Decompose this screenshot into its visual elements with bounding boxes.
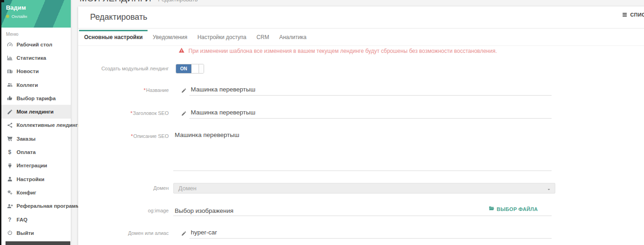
tachometer-icon [6, 41, 13, 47]
seo-title-input[interactable] [189, 108, 552, 119]
og-image-row: og:image Выбор изображения ВЫБОР ФАЙЛА [78, 205, 552, 216]
required-mark: * [144, 87, 146, 93]
toggle-track [199, 64, 204, 73]
sidebar-item-label: Реферальная программа [17, 203, 83, 209]
seo-description-label-text: Описание SEO [133, 133, 169, 139]
sidebar-item-statistics[interactable]: Статистика [0, 51, 71, 64]
pen-icon [6, 109, 13, 115]
sidebar-item-label: Заказы [17, 136, 35, 142]
name-label-text: Название [146, 87, 169, 93]
sidebar-item-collective-landings[interactable]: Коллективные лендинги [0, 119, 71, 132]
domain-label: Домен [78, 185, 169, 191]
modular-landing-row: Создать модульный лендинг ON [78, 63, 552, 74]
pencil-icon [181, 88, 189, 93]
domain-select-value: Домен [178, 185, 197, 192]
gears-icon [6, 189, 13, 195]
card-header: Редактировать СПИСОК [78, 6, 644, 28]
tabs: Основные настройкиУведомленияНастройки д… [78, 28, 644, 46]
sidebar-item-label: FAQ [17, 217, 28, 222]
card-heading: Редактировать [90, 12, 147, 22]
sidebar-item-faq[interactable]: ?FAQ [0, 213, 71, 226]
sidebar-item-label: Коллективные лендинги [17, 122, 81, 128]
page-title: Мои лендинги [80, 0, 151, 3]
og-image-value: Выбор изображения [175, 207, 234, 214]
window-corner [0, 0, 4, 2]
share-icon [6, 122, 13, 128]
user-status-label: Онлайн [11, 14, 27, 19]
sidebar-item-label: Рабочий стол [17, 42, 52, 47]
warning-text: При изменении шаблона все изменения в ва… [188, 48, 497, 54]
sidebar-item-integrations[interactable]: Интеграции [0, 159, 71, 172]
user-panel: Вадим Онлайн [0, 0, 71, 28]
sidebar-item-label: Выйти [17, 230, 34, 236]
seo-title-label-text: Заголовок SEO [133, 110, 169, 116]
pencil-icon [181, 111, 189, 116]
modular-landing-toggle[interactable]: ON [176, 64, 204, 74]
sidebar: Вадим Онлайн Меню Рабочий столСтатистика… [0, 0, 71, 245]
newspaper-icon [6, 68, 13, 74]
sidebar-item-colleagues[interactable]: Коллеги [0, 78, 71, 91]
warning-icon [178, 47, 185, 55]
required-mark: * [131, 133, 133, 139]
name-row: *Название [78, 85, 552, 96]
required-mark: * [131, 110, 132, 116]
caret-down-icon [547, 186, 551, 193]
sidebar-item-label: Конфиг [17, 190, 36, 195]
user-status: Онлайн [6, 14, 71, 19]
sidebar-menu: Рабочий столСтатистикаНовостиКоллегиВыбо… [0, 38, 71, 239]
seo-title-row: *Заголовок SEO [78, 108, 552, 119]
og-image-picker[interactable]: Выбор изображения ВЫБОР ФАЙЛА [173, 205, 552, 216]
sidebar-item-settings[interactable]: Настройки [0, 172, 71, 186]
domain-row: Домен Домен [78, 183, 555, 194]
bar-chart-icon [6, 55, 13, 61]
sidebar-item-config[interactable]: Конфиг [0, 186, 71, 199]
list-icon [622, 12, 627, 17]
seo-description-textarea[interactable]: Машинка перевертыш [173, 131, 552, 171]
tab-access-settings[interactable]: Настройки доступа [192, 28, 251, 46]
online-status-dot [6, 15, 9, 18]
folder-icon [489, 205, 495, 212]
window-edge [0, 0, 1, 245]
sidebar-item-label: Оплата [17, 149, 36, 155]
sidebar-item-label: Мои лендинги [17, 109, 54, 114]
domain-select[interactable]: Домен [173, 183, 555, 194]
pencil-icon [181, 231, 189, 236]
cart-icon [6, 136, 13, 142]
edit-card: Редактировать СПИСОК Основные настройкиУ… [78, 6, 644, 245]
choose-file-label: ВЫБОР ФАЙЛА [497, 206, 538, 212]
sidebar-item-payment[interactable]: $Оплата [0, 145, 71, 159]
toggle-on-label: ON [176, 64, 191, 73]
users-icon [6, 82, 13, 88]
list-button[interactable]: СПИСОК [622, 12, 644, 17]
page-title-row: Мои лендинги Редактировать [80, 0, 198, 4]
user-name: Вадим [6, 4, 71, 11]
choose-file-button[interactable]: ВЫБОР ФАЙЛА [489, 205, 538, 212]
sidebar-item-label: Настройки [17, 177, 45, 182]
sidebar-menu-label: Меню [0, 28, 71, 38]
template-warning: При изменении шаблона все изменения в ва… [178, 47, 497, 55]
alias-label: Домен или алиас [78, 230, 169, 236]
sidebar-item-orders[interactable]: Заказы [0, 132, 71, 145]
sidebar-item-tariff[interactable]: Выбор тарифа [0, 91, 71, 105]
sidebar-item-label: Новости [17, 68, 39, 74]
tab-analytics[interactable]: Аналитика [274, 28, 311, 46]
name-input[interactable] [189, 85, 552, 96]
sidebar-item-label: Коллеги [17, 82, 38, 88]
seo-description-label: *Описание SEO [78, 131, 169, 139]
modular-landing-label: Создать модульный лендинг [78, 66, 169, 72]
sidebar-item-dashboard[interactable]: Рабочий стол [0, 38, 71, 51]
sidebar-item-news[interactable]: Новости [0, 65, 71, 78]
question-icon: ? [6, 217, 13, 223]
tab-crm[interactable]: CRM [251, 28, 274, 46]
alias-row: Домен или алиас [78, 228, 552, 239]
sidebar-item-my-landings[interactable]: Мои лендинги [0, 105, 71, 118]
sidebar-bottom-cut-element [6, 241, 70, 245]
tab-main-settings[interactable]: Основные настройки [79, 28, 148, 46]
seo-title-label: *Заголовок SEO [78, 110, 169, 116]
sidebar-item-referral[interactable]: Реферальная программа [0, 199, 71, 213]
alias-input[interactable] [189, 228, 552, 239]
tab-notifications[interactable]: Уведомления [148, 28, 192, 46]
plug-icon [6, 163, 13, 169]
sidebar-item-logout[interactable]: Выйти [0, 226, 71, 239]
seo-description-row: *Описание SEO Машинка перевертыш [78, 131, 552, 171]
